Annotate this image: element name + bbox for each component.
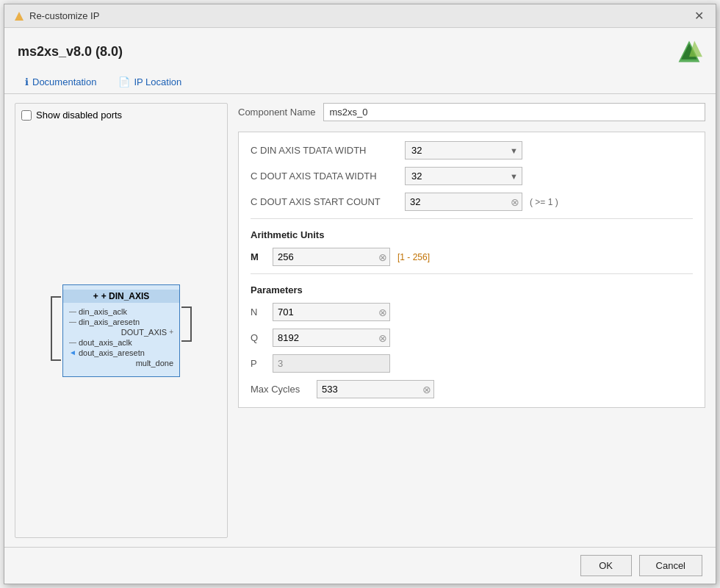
q-input-wrap: ⊗ bbox=[273, 329, 390, 347]
right-bracket bbox=[181, 306, 192, 342]
param-row-m: M ⊗ [1 - 256] bbox=[251, 248, 693, 266]
component-name-input[interactable] bbox=[323, 103, 706, 121]
max-cycles-clear-icon[interactable]: ⊗ bbox=[422, 384, 431, 395]
footer: OK Cancel bbox=[4, 547, 716, 584]
divider-1 bbox=[251, 218, 693, 219]
max-cycles-wrap: ⊗ bbox=[317, 380, 434, 398]
p-input-wrap bbox=[273, 354, 390, 373]
c-dout-start-wrap: ⊗ bbox=[405, 193, 522, 211]
c-dout-select-wrap: 32 8 16 64 ▼ bbox=[405, 167, 522, 185]
left-panel: Show disabled ports + + DIN_AXIS bbox=[15, 103, 228, 538]
port-mult-done: mult_done bbox=[69, 359, 173, 368]
m-clear-icon[interactable]: ⊗ bbox=[378, 251, 387, 263]
param-row-n: N ⊗ bbox=[251, 303, 693, 321]
header-section: ms2xs_v8.0 (8.0) bbox=[4, 28, 716, 72]
app-title: ms2xs_v8.0 (8.0) bbox=[18, 44, 123, 60]
tab-documentation-label: Documentation bbox=[32, 76, 96, 87]
c-din-label: C DIN AXIS TDATA WIDTH bbox=[251, 145, 397, 156]
dialog: Re-customize IP ✕ ms2xs_v8.0 (8.0) ℹ Doc… bbox=[4, 4, 716, 584]
component-name-label: Component Name bbox=[238, 107, 316, 118]
c-dout-start-label: C DOUT AXIS START COUNT bbox=[251, 196, 397, 207]
c-dout-label: C DOUT AXIS TDATA WIDTH bbox=[251, 171, 397, 182]
q-input[interactable] bbox=[273, 329, 390, 347]
ok-button[interactable]: OK bbox=[580, 555, 632, 576]
params-section: C DIN AXIS TDATA WIDTH 32 8 16 64 ▼ C DO… bbox=[238, 132, 705, 408]
port-dout-aresetn: ◄ dout_axis_aresetn bbox=[69, 348, 173, 357]
component-diagram: + + DIN_AXIS — din_axis_aclk — din_axis_… bbox=[21, 129, 221, 531]
m-input[interactable] bbox=[273, 248, 390, 266]
c-dout-select[interactable]: 32 8 16 64 bbox=[405, 167, 522, 185]
din-axis-header: + + DIN_AXIS bbox=[63, 290, 179, 303]
n-label: N bbox=[251, 306, 265, 318]
param-row-start-count: C DOUT AXIS START COUNT ⊗ ( >= 1 ) bbox=[251, 193, 693, 211]
dialog-title: Re-customize IP bbox=[29, 10, 99, 21]
mult-done-label: mult_done bbox=[136, 359, 173, 368]
tab-ip-location[interactable]: 📄 IP Location bbox=[108, 72, 192, 93]
cancel-button[interactable]: Cancel bbox=[639, 555, 702, 576]
m-range-hint: [1 - 256] bbox=[397, 252, 430, 262]
param-row-din: C DIN AXIS TDATA WIDTH 32 8 16 64 ▼ bbox=[251, 141, 693, 159]
n-input[interactable] bbox=[273, 303, 390, 321]
c-din-select-wrap: 32 8 16 64 ▼ bbox=[405, 141, 522, 159]
app-icon bbox=[13, 10, 25, 22]
xilinx-logo bbox=[676, 38, 702, 65]
tab-ip-location-label: IP Location bbox=[134, 76, 181, 87]
port-din-aresetn: — din_axis_aresetn bbox=[69, 318, 173, 326]
p-label: P bbox=[251, 358, 265, 369]
show-disabled-checkbox[interactable] bbox=[21, 110, 32, 121]
svg-marker-0 bbox=[15, 12, 24, 21]
din-plus-icon: + bbox=[93, 291, 98, 301]
parameters-title: Parameters bbox=[251, 284, 693, 295]
port-dout-aresetn-label: dout_axis_aresetn bbox=[79, 348, 145, 357]
c-dout-start-hint: ( >= 1 ) bbox=[530, 197, 558, 207]
show-disabled-row: Show disabled ports bbox=[21, 110, 221, 121]
dout-axis-label: DOUT_AXIS bbox=[121, 328, 167, 337]
arithmetic-title: Arithmetic Units bbox=[251, 229, 693, 240]
param-row-q: Q ⊗ bbox=[251, 329, 693, 347]
c-dout-start-clear-icon[interactable]: ⊗ bbox=[511, 196, 519, 208]
show-disabled-label: Show disabled ports bbox=[36, 110, 122, 121]
c-din-select[interactable]: 32 8 16 64 bbox=[405, 141, 522, 159]
tabs-bar: ℹ Documentation 📄 IP Location bbox=[4, 72, 716, 94]
port-dout-aclk-label: dout_axis_aclk bbox=[79, 338, 132, 347]
port-din-aresetn-label: din_axis_aresetn bbox=[79, 318, 140, 326]
tab-documentation[interactable]: ℹ Documentation bbox=[15, 72, 107, 93]
c-dout-start-input[interactable] bbox=[405, 193, 522, 211]
m-input-wrap: ⊗ bbox=[273, 248, 390, 266]
title-bar: Re-customize IP ✕ bbox=[4, 4, 716, 28]
q-clear-icon[interactable]: ⊗ bbox=[378, 332, 387, 344]
port-dout-axis-header: DOUT_AXIS + bbox=[69, 328, 173, 337]
ip-location-icon: 📄 bbox=[118, 76, 130, 87]
param-row-dout: C DOUT AXIS TDATA WIDTH 32 8 16 64 ▼ bbox=[251, 167, 693, 185]
component-name-row: Component Name bbox=[238, 103, 705, 121]
din-axis-label: + DIN_AXIS bbox=[101, 291, 150, 301]
documentation-icon: ℹ bbox=[25, 76, 29, 87]
max-cycles-label: Max Cycles bbox=[251, 384, 309, 395]
left-bracket bbox=[51, 296, 61, 361]
divider-2 bbox=[251, 273, 693, 274]
close-button[interactable]: ✕ bbox=[691, 9, 707, 24]
right-panel: Component Name C DIN AXIS TDATA WIDTH 32… bbox=[238, 103, 705, 538]
param-row-p: P bbox=[251, 354, 693, 373]
component-box: + + DIN_AXIS — din_axis_aclk — din_axis_… bbox=[62, 284, 180, 377]
n-input-wrap: ⊗ bbox=[273, 303, 390, 321]
p-input bbox=[273, 354, 390, 373]
port-dout-aclk: — dout_axis_aclk bbox=[69, 338, 173, 347]
max-cycles-input[interactable] bbox=[317, 380, 434, 398]
q-label: Q bbox=[251, 332, 265, 343]
port-din-aclk-label: din_axis_aclk bbox=[79, 307, 127, 316]
n-clear-icon[interactable]: ⊗ bbox=[378, 306, 387, 318]
m-label: M bbox=[251, 251, 265, 262]
port-din-aclk: — din_axis_aclk bbox=[69, 307, 173, 316]
param-row-max-cycles: Max Cycles ⊗ bbox=[251, 380, 693, 398]
title-bar-left: Re-customize IP bbox=[13, 10, 99, 22]
main-content: Show disabled ports + + DIN_AXIS bbox=[4, 94, 716, 547]
